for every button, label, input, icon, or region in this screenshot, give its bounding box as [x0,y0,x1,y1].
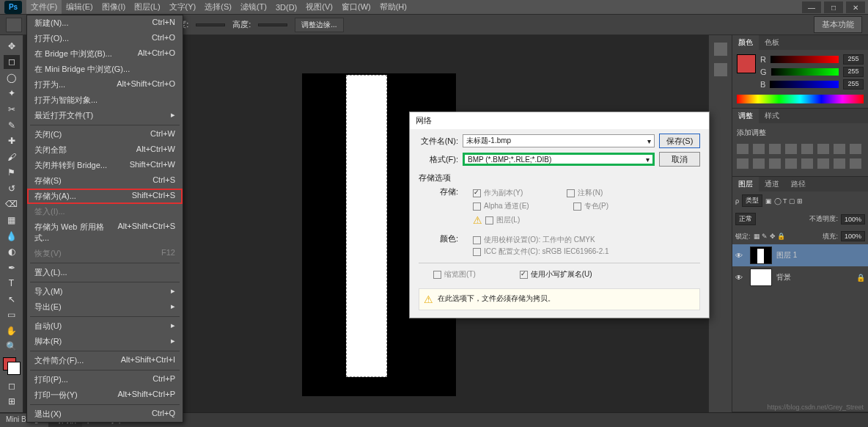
tab-styles[interactable]: 样式 [759,109,785,123]
menu-view[interactable]: 视图(V) [301,0,337,14]
tab-adjust[interactable]: 调整 [732,109,759,123]
menu-close-all[interactable]: 关闭全部Alt+Ctrl+W [27,142,183,158]
marquee-tool[interactable]: ◻ [4,55,20,70]
hue-icon[interactable] [817,144,829,154]
minimize-button[interactable]: — [802,1,821,13]
channel-mixer-icon[interactable] [737,158,749,169]
tab-color[interactable]: 颜色 [732,35,759,50]
tab-swatches[interactable]: 色板 [759,35,785,50]
menu-import[interactable]: 导入(M)▸ [27,284,183,299]
menu-print-one[interactable]: 打印一份(Y)Alt+Shift+Ctrl+P [27,387,183,403]
menu-open[interactable]: 打开(O)...Ctrl+O [27,31,183,46]
menu-help[interactable]: 帮助(H) [375,0,411,14]
visibility-icon[interactable]: 👁 [735,252,746,260]
path-tool[interactable]: ↖ [4,292,20,307]
selective-color-icon[interactable] [834,158,845,169]
properties-panel-icon[interactable] [714,63,727,76]
layer-thumbnail[interactable] [750,247,772,264]
eyedropper-tool[interactable]: ✎ [4,118,20,133]
bw-icon[interactable] [834,144,845,154]
menu-close-bridge[interactable]: 关闭并转到 Bridge...Shift+Ctrl+W [27,158,183,173]
tab-layers[interactable]: 图层 [732,177,759,191]
wand-tool[interactable]: ✦ [4,87,20,101]
refine-edge-button[interactable]: 调整边缘... [295,18,343,32]
workspace-button[interactable]: 基本功能 [814,16,862,33]
filename-input[interactable]: 未标题-1.bmp▾ [463,134,655,147]
menu-edit[interactable]: 编辑(E) [62,0,98,14]
menu-type[interactable]: 文字(Y) [165,0,201,14]
healing-tool[interactable]: ✚ [4,134,20,148]
brightness-icon[interactable] [737,144,749,154]
cancel-button[interactable]: 取消 [659,152,700,167]
history-panel-icon[interactable] [714,43,727,56]
blur-tool[interactable]: 💧 [4,229,20,244]
lock-icons[interactable]: ▦ ✎ ✥ 🔒 [754,233,786,240]
menu-file-info[interactable]: 文件简介(F)...Alt+Shift+Ctrl+I [27,353,183,368]
menu-open-as[interactable]: 打开为...Alt+Shift+Ctrl+O [27,77,183,92]
layer-name[interactable]: 背景 [776,272,791,282]
dodge-tool[interactable]: ◐ [4,244,20,259]
chk-lowercase[interactable]: 使用小写扩展名(U) [520,269,592,280]
stamp-tool[interactable]: ⚑ [4,166,20,180]
menu-filter[interactable]: 滤镜(T) [236,0,271,14]
invert-icon[interactable] [769,158,781,169]
photo-filter-icon[interactable] [850,144,861,154]
layer-thumbnail[interactable] [750,269,772,286]
layer-name[interactable]: 图层 1 [776,250,797,260]
eraser-tool[interactable]: ⌫ [4,197,20,212]
exposure-icon[interactable] [785,144,797,154]
layer-row-bg[interactable]: 👁 背景 🔒 [732,266,868,288]
menu-close[interactable]: 关闭(C)Ctrl+W [27,127,183,142]
visibility-icon[interactable]: 👁 [735,274,746,282]
menu-window[interactable]: 窗口(W) [337,0,375,14]
menu-file[interactable]: 文件(F) [26,0,62,14]
menu-minibridge[interactable]: 在 Mini Bridge 中浏览(G)... [27,62,183,77]
close-window-button[interactable]: ✕ [846,1,865,13]
gradient-tool[interactable]: ▦ [4,213,20,227]
adj-more-icon[interactable] [850,158,861,169]
menu-exit[interactable]: 退出(X)Ctrl+Q [27,406,183,422]
menu-save-web[interactable]: 存储为 Web 所用格式...Alt+Shift+Ctrl+S [27,219,183,246]
screenmode-tool[interactable]: ⊞ [4,394,20,409]
kind-select[interactable]: 类型 [742,194,762,207]
blend-select[interactable]: 正常 [735,213,756,225]
menu-3d[interactable]: 3D(D) [271,1,301,13]
filter-icons[interactable]: ▣ ◯ T ▢ ⊞ [765,197,803,205]
move-tool[interactable]: ✥ [4,39,20,54]
hand-tool[interactable]: ✋ [4,324,20,338]
menu-browse-bridge[interactable]: 在 Bridge 中浏览(B)...Alt+Ctrl+O [27,46,183,62]
menu-print[interactable]: 打印(P)...Ctrl+P [27,372,183,387]
r-value[interactable]: 255 [843,54,864,65]
menu-layer[interactable]: 图层(L) [130,0,164,14]
threshold-icon[interactable] [801,158,813,169]
g-value[interactable]: 255 [843,67,864,77]
tool-preset-icon[interactable] [6,18,22,32]
color-swatch[interactable] [3,357,21,374]
gradient-map-icon[interactable] [817,158,829,169]
lasso-tool[interactable]: ◯ [4,70,20,85]
menu-save-as[interactable]: 存储为(A)...Shift+Ctrl+S [27,189,183,204]
menu-new[interactable]: 新建(N)...Ctrl+N [27,15,183,31]
posterize-icon[interactable] [785,158,797,169]
menu-save[interactable]: 存储(S)Ctrl+S [27,173,183,189]
fill-input[interactable]: 100% [841,231,865,241]
r-slider[interactable] [770,56,839,63]
tab-channels[interactable]: 通道 [759,177,785,191]
save-button[interactable]: 保存(S) [659,134,700,148]
menu-automate[interactable]: 自动(U)▸ [27,318,183,334]
crop-tool[interactable]: ✂ [4,102,20,117]
menu-scripts[interactable]: 脚本(R)▸ [27,334,183,349]
hue-strip[interactable] [737,95,864,103]
vibrance-icon[interactable] [801,144,813,154]
layer-row-1[interactable]: 👁 图层 1 [732,244,868,266]
tab-paths[interactable]: 路径 [785,177,812,191]
history-brush-tool[interactable]: ↺ [4,181,20,196]
opacity-input[interactable]: 100% [841,214,865,225]
height-input[interactable] [258,23,287,26]
curves-icon[interactable] [769,144,781,154]
color-preview[interactable] [737,54,756,73]
width-input[interactable] [196,23,225,26]
menu-recent[interactable]: 最近打开文件(T)▸ [27,108,183,123]
b-value[interactable]: 255 [843,79,864,90]
b-slider[interactable] [770,81,839,88]
